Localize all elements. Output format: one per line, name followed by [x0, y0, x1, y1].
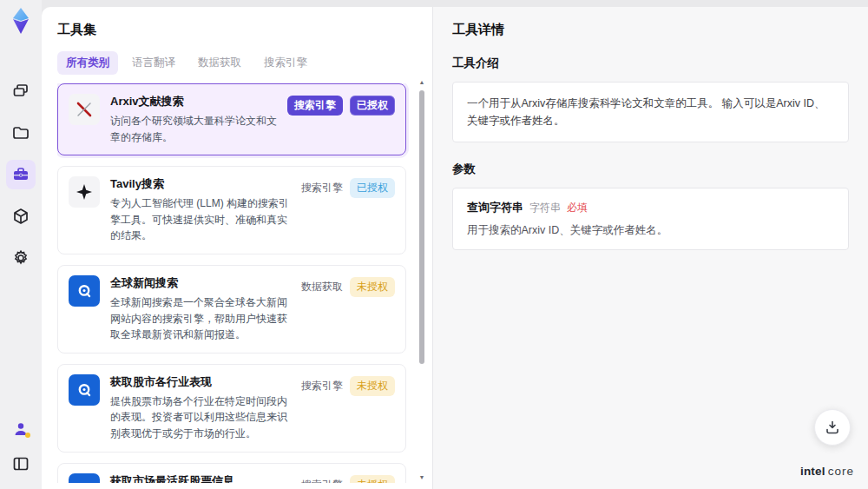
intro-heading: 工具介绍 — [452, 56, 849, 71]
app-logo[interactable] — [8, 7, 34, 35]
tab-data-acquisition[interactable]: 数据获取 — [189, 51, 250, 75]
tab-language-translation[interactable]: 语言翻译 — [123, 51, 184, 75]
chat-icon — [11, 82, 30, 101]
details-title: 工具详情 — [452, 22, 849, 38]
param-description: 用于搜索的Arxiv ID、关键字或作者姓名。 — [467, 223, 834, 238]
param-name: 查询字符串 — [467, 200, 523, 215]
search-q-icon — [69, 374, 100, 406]
tool-card[interactable]: 获取股市各行业表现提供股票市场各个行业在特定时间段内的表现。投资者可以利用这些信… — [57, 364, 406, 453]
tool-description: 访问各个研究领域大量科学论文和文章的存储库。 — [110, 113, 277, 145]
parameter-card: 查询字符串 字符串 必填 用于搜索的Arxiv ID、关键字或作者姓名。 — [452, 188, 849, 250]
search-q-icon — [69, 275, 100, 307]
category-tag: 数据获取 — [301, 277, 343, 297]
params-heading: 参数 — [452, 162, 849, 177]
tool-card[interactable]: Tavily搜索专为人工智能代理 (LLM) 构建的搜索引擎工具。可快速提供实时… — [57, 166, 406, 254]
category-tag: 搜索引擎 — [301, 376, 343, 396]
category-tag: 搜索引擎 — [301, 178, 343, 198]
status-badge: 未授权 — [350, 475, 395, 483]
tool-card[interactable]: Arxiv文献搜索访问各个研究领域大量科学论文和文章的存储库。搜索引擎已授权 — [57, 83, 406, 155]
sidebar-item-chat[interactable] — [6, 76, 36, 106]
tool-intro-text: 一个用于从Arxiv存储库搜索科学论文和文章的工具。 输入可以是Arxiv ID… — [452, 82, 849, 142]
status-badge: 已授权 — [350, 178, 395, 198]
category-tag: 搜索引擎 — [301, 475, 343, 483]
tool-name: 获取市场最活跃股票信息 — [110, 473, 291, 483]
tool-name: Arxiv文献搜索 — [110, 94, 277, 109]
tool-card[interactable]: 获取市场最活跃股票信息提供当天交易量最高的股票列表。投资者可以利用这些信息来识别… — [57, 463, 406, 483]
toolbox-icon — [11, 165, 30, 184]
status-badge: 已授权 — [350, 96, 395, 116]
tool-description: 专为人工智能代理 (LLM) 构建的搜索引擎工具。可快速提供实时、准确和真实的结… — [110, 195, 291, 244]
sidebar-item-account[interactable] — [6, 414, 36, 444]
cube-icon — [11, 207, 30, 226]
brand-secondary: core — [828, 465, 854, 478]
sidebar-item-settings[interactable] — [6, 243, 36, 273]
status-badge: 未授权 — [350, 376, 395, 396]
sidebar-item-toolset[interactable] — [6, 160, 36, 189]
category-tabs: 所有类别 语言翻译 数据获取 搜索引擎 — [57, 51, 432, 75]
intel-core-logo: intelcore — [800, 465, 854, 478]
sidebar-item-models[interactable] — [6, 202, 36, 231]
tab-search-engine[interactable]: 搜索引擎 — [255, 51, 316, 75]
main-content: 工具集 所有类别 语言翻译 数据获取 搜索引擎 Arxiv文献搜索访问各个研究领… — [42, 7, 868, 489]
star-icon — [69, 176, 100, 208]
param-type: 字符串 — [529, 201, 561, 215]
notification-dot — [25, 433, 30, 438]
sidebar-item-files[interactable] — [6, 118, 36, 148]
toolset-panel: 工具集 所有类别 语言翻译 数据获取 搜索引擎 Arxiv文献搜索访问各个研究领… — [42, 7, 432, 489]
search-q-icon — [69, 473, 100, 483]
tool-description: 全球新闻搜索是一个聚合全球各大新闻网站内容的搜索引擎，帮助用户快速获取全球最新资… — [110, 294, 291, 343]
tool-description: 提供股票市场各个行业在特定时间段内的表现。投资者可以利用这些信息来识别表现优于或… — [110, 393, 291, 442]
download-button[interactable] — [814, 409, 851, 446]
tab-all-categories[interactable]: 所有类别 — [57, 51, 118, 75]
tool-name: 全球新闻搜索 — [110, 275, 291, 291]
sidebar-collapse-button[interactable] — [6, 449, 36, 479]
scroll-down-arrow[interactable]: ▼ — [418, 473, 426, 482]
scroll-up-arrow[interactable]: ▲ — [418, 78, 426, 87]
folder-icon — [11, 123, 30, 142]
page-title: 工具集 — [57, 22, 432, 38]
download-icon — [824, 419, 841, 436]
tool-details-panel: 工具详情 工具介绍 一个用于从Arxiv存储库搜索科学论文和文章的工具。 输入可… — [432, 7, 868, 489]
brand-primary: intel — [800, 465, 825, 478]
category-tag: 搜索引擎 — [287, 96, 343, 116]
tool-name: Tavily搜索 — [110, 176, 291, 192]
left-rail — [0, 0, 42, 489]
scrollbar-thumb[interactable] — [419, 90, 424, 364]
status-badge: 未授权 — [350, 277, 395, 297]
tool-name: 获取股市各行业表现 — [110, 374, 291, 390]
gear-icon — [11, 248, 30, 268]
tool-card[interactable]: 全球新闻搜索全球新闻搜索是一个聚合全球各大新闻网站内容的搜索引擎，帮助用户快速获… — [57, 265, 406, 354]
panel-toggle-icon — [11, 454, 30, 473]
tool-list: Arxiv文献搜索访问各个研究领域大量科学论文和文章的存储库。搜索引擎已授权Ta… — [57, 83, 432, 483]
param-required-badge: 必填 — [567, 201, 588, 215]
scrollbar: ▲ ▼ — [418, 78, 426, 482]
arxiv-icon — [69, 94, 100, 125]
